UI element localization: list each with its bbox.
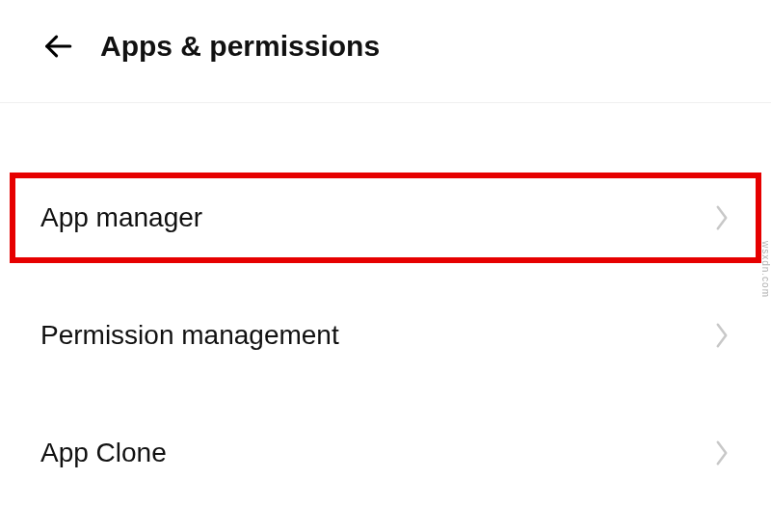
row-label-app-manager: App manager	[40, 202, 202, 233]
row-label-app-clone: App Clone	[40, 438, 167, 468]
row-label-permission-management: Permission management	[40, 320, 339, 351]
watermark: wsxdn.com	[760, 241, 771, 298]
chevron-right-icon	[713, 321, 731, 350]
divider	[0, 381, 771, 408]
row-permission-management[interactable]: Permission management	[0, 290, 771, 381]
page-title: Apps & permissions	[100, 30, 380, 63]
chevron-right-icon	[713, 439, 731, 467]
row-app-manager[interactable]: App manager	[0, 173, 771, 263]
header-bar: Apps & permissions	[0, 0, 771, 103]
settings-list: App manager Permission management App Cl…	[0, 103, 771, 498]
row-app-clone[interactable]: App Clone	[0, 408, 771, 498]
chevron-right-icon	[713, 203, 731, 232]
divider	[0, 263, 771, 290]
back-icon[interactable]	[39, 27, 77, 66]
